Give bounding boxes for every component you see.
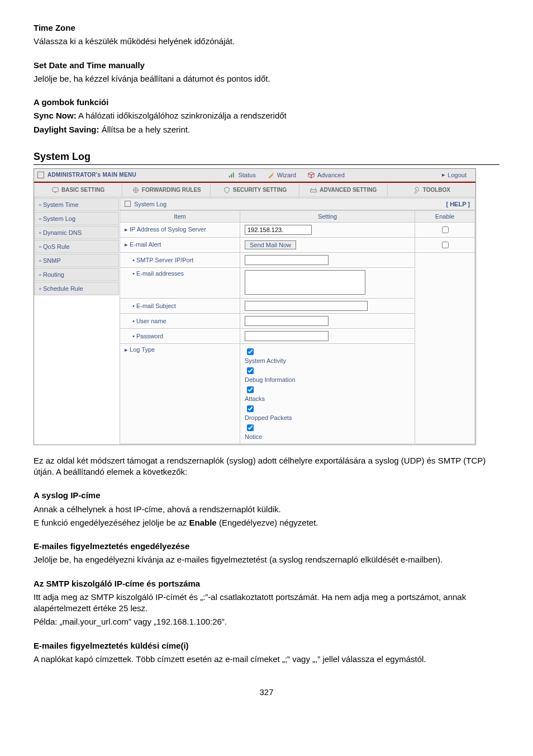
heading-send-addresses: E-mailes figyelmeztetés küldési címe(i) [34, 640, 499, 651]
link-wizard-label: Wizard [277, 172, 296, 178]
nav-system-time[interactable]: ▫ System Time [34, 198, 119, 211]
para-email-alert: Jelölje be, ha engedélyezni kívánja az e… [34, 554, 499, 565]
tab-forwarding-rules[interactable]: FORWARDING RULES [122, 183, 211, 197]
para-syslog-ip-2: E funkció engedélyezéséhez jelölje be az… [34, 517, 499, 528]
tab-toolbox[interactable]: TOOLBOX [388, 183, 475, 197]
text-enable-bold: Enable [189, 518, 217, 527]
lt-label: Notice [245, 433, 410, 441]
nav-label: SNMP [43, 257, 61, 264]
input-password[interactable] [245, 331, 329, 341]
tab-advanced-label: ADVANCED SETTING [320, 187, 377, 193]
para-syslog-ip-1: Annak a célhelynek a host IP-címe, ahová… [34, 504, 499, 515]
label-text: User name [136, 318, 166, 324]
checkbox-lt-dropped-packets[interactable] [247, 405, 254, 412]
nav-snmp[interactable]: ▫ SNMP [34, 254, 119, 267]
nav-system-log[interactable]: ▫ System Log [34, 212, 119, 225]
nav-routing[interactable]: ▫ Routing [34, 268, 119, 281]
tab-advanced-setting[interactable]: ADVANCED SETTING [299, 183, 388, 197]
heading-set-date: Set Date and Time manually [34, 60, 499, 71]
row-label-log-type: ▸ Log Type [120, 343, 240, 443]
svg-rect-1 [231, 174, 232, 177]
svg-rect-0 [229, 176, 230, 178]
link-wizard[interactable]: Wizard [267, 171, 296, 179]
link-advanced[interactable]: Advanced [307, 171, 345, 179]
heading-time-zone: Time Zone [34, 22, 499, 34]
row-label-smtp: SMTP Server IP/Port [120, 252, 240, 267]
para-time-zone: Válassza ki a készülék működési helyének… [34, 36, 499, 47]
row-label-email-alert: ▸ E-mail Alert [120, 237, 240, 252]
wrench-icon [413, 186, 421, 194]
label-text: E-mail addresses [136, 270, 184, 277]
para-sync-now: Sync Now: A hálózati időkiszolgálóhoz sz… [34, 110, 499, 121]
text-frag: (Engedélyezve) négyzetet. [217, 518, 318, 527]
tab-security-label: SECURITY SETTING [233, 187, 287, 193]
col-item: Item [120, 210, 240, 222]
input-syslog-ip[interactable] [245, 225, 312, 235]
label-daylight: Daylight Saving: [34, 125, 99, 134]
tab-basic-label: BASIC SETTING [61, 187, 104, 193]
checkbox-email-enable[interactable] [442, 242, 449, 248]
col-setting: Setting [240, 210, 415, 222]
heading-syslog-ip: A syslog IP-címe [34, 490, 499, 501]
svg-rect-7 [311, 190, 317, 192]
svg-rect-4 [53, 187, 59, 191]
router-ui-screenshot: ADMINISTRATOR's MAIN MENU Status Wizard … [34, 168, 476, 445]
input-email-subject[interactable] [245, 301, 368, 311]
nav-label: System Time [43, 201, 79, 208]
router-icon [310, 186, 317, 194]
para-send-addresses: A naplókat kapó címzettek. Több címzett … [34, 654, 499, 665]
label-text: SMTP Server IP/Port [136, 257, 194, 263]
textarea-email-addresses[interactable] [245, 270, 365, 295]
tab-basic-setting[interactable]: BASIC SETTING [34, 183, 122, 197]
link-logout[interactable]: ▸ Logout [442, 171, 467, 178]
text-sync-now: A hálózati időkiszolgálóhoz szinkronizál… [77, 111, 287, 120]
square-icon [37, 172, 44, 178]
nav-schedule-rule[interactable]: ▫ Schedule Rule [34, 282, 119, 295]
para-smtp-2: Példa: „mail.your_url.com” vagy „192.168… [34, 616, 499, 627]
label-text: Log Type [130, 346, 155, 353]
checkbox-lt-attacks[interactable] [247, 386, 254, 393]
checkbox-lt-system-activity[interactable] [247, 348, 254, 355]
nav-qos-rule[interactable]: ▫ QoS Rule [34, 240, 119, 253]
heading-email-alert: E-mailes figyelmeztetés engedélyezése [34, 541, 499, 552]
label-text: Password [136, 333, 163, 339]
link-main-menu[interactable]: ADMINISTRATOR's MAIN MENU [47, 172, 136, 178]
nav-label: Schedule Rule [43, 285, 83, 292]
button-send-mail-now[interactable]: Send Mail Now [245, 240, 296, 249]
input-username[interactable] [245, 316, 329, 326]
checkbox-lt-notice[interactable] [247, 424, 254, 431]
row-label-email-addresses: E-mail addresses [120, 267, 240, 298]
nav-dynamic-dns[interactable]: ▫ Dynamic DNS [34, 226, 119, 239]
nav-label: Routing [43, 271, 64, 278]
link-help[interactable]: [ HELP ] [446, 201, 470, 207]
label-text: E-mail Subject [136, 303, 176, 309]
link-status[interactable]: Status [228, 171, 255, 179]
row-label-password: Password [120, 328, 240, 343]
bar-icon [228, 171, 236, 179]
row-label-syslog-ip: ▸ IP Address of Syslog Server [120, 222, 240, 237]
text-daylight: Állítsa be a hely szerint. [99, 125, 191, 134]
shield-icon [223, 186, 231, 194]
nav-label: Dynamic DNS [43, 229, 82, 236]
checkbox-lt-debug-info[interactable] [247, 367, 254, 374]
col-enable: Enable [415, 210, 475, 222]
svg-rect-2 [233, 172, 234, 177]
para-smtp-1: Itt adja meg az SMTP kiszolgáló IP-címét… [34, 592, 499, 615]
row-label-email-subject: E-mail Subject [120, 298, 240, 313]
monitor-icon [51, 186, 59, 194]
heading-smtp-ip: Az SMTP kiszolgáló IP-címe és portszáma [34, 578, 499, 589]
lt-label: Dropped Packets [245, 414, 410, 422]
square-icon [125, 201, 131, 207]
lt-label: Attacks [245, 395, 410, 403]
para-after-shot: Ez az oldal két módszert támogat a rends… [34, 455, 499, 478]
input-smtp-server[interactable] [245, 255, 329, 265]
row-label-username: User name [120, 313, 240, 328]
link-advanced-label: Advanced [317, 172, 345, 178]
lt-label: System Activity [245, 357, 410, 365]
globe-icon [132, 186, 140, 194]
para-daylight: Daylight Saving: Állítsa be a hely szeri… [34, 124, 499, 135]
page-number: 327 [34, 687, 499, 697]
tab-security-setting[interactable]: SECURITY SETTING [211, 183, 299, 197]
checkbox-syslog-enable[interactable] [442, 226, 449, 233]
label-text: IP Address of Syslog Server [130, 226, 206, 233]
